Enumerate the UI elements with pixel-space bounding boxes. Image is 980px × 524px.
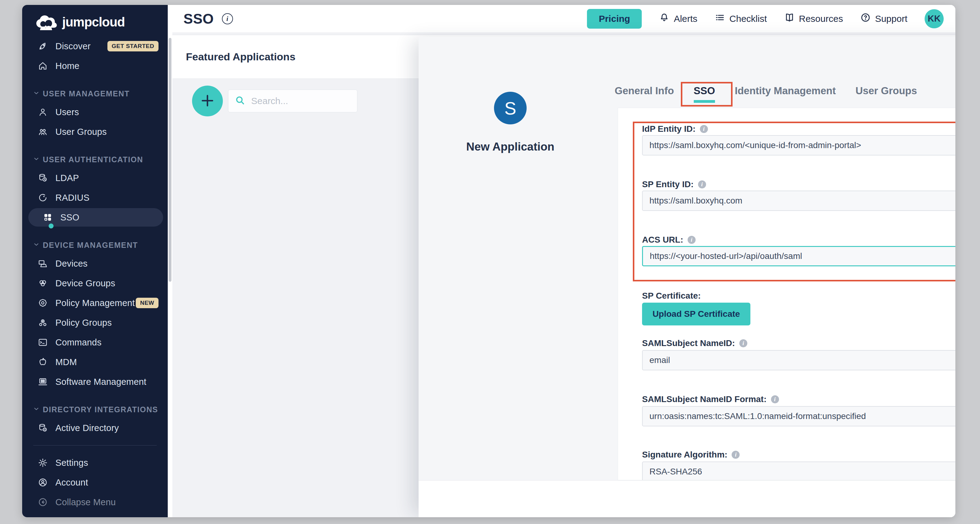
alerts-button[interactable]: Alerts [659,12,697,25]
page-title: SSO [183,11,214,27]
sidebar-item-settings[interactable]: Settings [22,453,168,473]
info-icon[interactable]: i [771,395,779,403]
section-user-management[interactable]: USER MANAGEMENT [22,85,168,102]
signature-algorithm-select[interactable]: RSA-SHA256 [642,462,955,480]
sidebar-item-sso[interactable]: SSO [22,207,168,227]
acs-url-input[interactable] [642,246,955,266]
sidebar-item-device-groups[interactable]: Device Groups [22,273,168,293]
sso-grid-icon [43,212,53,223]
info-icon[interactable]: i [687,236,695,244]
info-icon[interactable]: i [732,451,740,459]
sidebar-item-ldap[interactable]: LDAP [22,168,168,188]
devices-icon [38,258,48,269]
chevron-down-icon [33,406,40,414]
gear-icon [38,457,48,468]
sidebar-item-policy-management[interactable]: Policy Management NEW [22,293,168,313]
jumpcloud-logo[interactable]: jumpcloud [22,5,168,32]
checklist-button[interactable]: Checklist [715,12,767,25]
info-icon[interactable]: i [700,125,708,133]
terminal-icon [38,337,48,347]
avatar[interactable]: KK [924,9,944,28]
sidebar-item-users[interactable]: Users [22,102,168,122]
idp-entity-id-input[interactable] [642,135,955,156]
sp-entity-id-label: SP Entity ID: i [642,180,706,190]
plus-icon [199,92,216,110]
get-started-badge: GET STARTED [107,41,159,51]
jumpcloud-cloud-icon [35,14,58,30]
database-clock-icon [38,173,48,183]
new-application-modal: S New Application General Info SSO Ident… [418,37,955,517]
tab-sso[interactable]: SSO [694,80,715,105]
sp-entity-id-input[interactable] [642,191,955,211]
modal-footer: cancel activate [418,480,955,517]
info-icon[interactable]: i [222,13,233,24]
samlsubject-nameid-select[interactable]: email [642,350,955,370]
sidebar-item-commands[interactable]: Commands [22,333,168,352]
tab-user-groups[interactable]: User Groups [855,80,917,105]
users-group-icon [38,127,48,137]
directory-database-icon [38,423,48,433]
section-directory-integrations[interactable]: DIRECTORY INTEGRATIONS [22,401,168,418]
new-badge: NEW [136,298,159,308]
add-application-button[interactable] [192,86,223,116]
venn-circles-icon [38,278,48,288]
pricing-button[interactable]: Pricing [587,9,642,29]
collapse-arrow-icon [38,497,48,507]
home-icon [38,61,48,71]
account-icon [38,477,48,488]
sidebar-item-collapse-menu[interactable]: Collapse Menu [22,492,168,512]
sidebar-item-devices[interactable]: Devices [22,254,168,273]
application-name: New Application [433,140,587,153]
acs-url-label: ACS URL: i [642,235,695,245]
radius-icon [38,193,48,203]
sidebar-item-discover[interactable]: Discover GET STARTED [22,36,168,56]
laptop-grid-icon [38,376,48,387]
resources-button[interactable]: Resources [784,12,843,25]
bell-icon [659,12,670,25]
upload-sp-certificate-button[interactable]: Upload SP Certificate [642,303,750,325]
policy-groups-icon [38,317,48,328]
header-actions: Pricing Alerts Checklist Resources Suppo… [587,9,944,29]
support-button[interactable]: Support [860,12,907,25]
logo-wordmark: jumpcloud [62,15,125,30]
info-icon[interactable]: i [739,339,747,347]
active-indicator-dot [49,223,54,228]
search-input[interactable] [251,96,351,106]
idp-entity-id-label: IdP Entity ID: i [642,124,708,134]
tab-general-info[interactable]: General Info [615,80,674,105]
book-icon [784,12,795,25]
sidebar-item-user-groups[interactable]: User Groups [22,122,168,142]
chevron-down-icon [33,241,40,249]
user-icon [38,107,48,117]
search-icon [234,95,246,107]
sidebar-item-active-directory[interactable]: Active Directory [22,418,168,438]
apple-icon [38,357,48,367]
info-icon[interactable]: i [698,180,706,188]
sidebar-item-policy-groups[interactable]: Policy Groups [22,313,168,333]
sidebar-scrollbar-thumb[interactable] [169,38,172,282]
app-window: jumpcloud Discover GET STARTED Home USER… [22,5,955,517]
main-area: SSO i Pricing Alerts Checklist Resources [172,5,955,517]
checklist-icon [715,12,725,25]
sidebar-item-radius[interactable]: RADIUS [22,188,168,207]
sidebar-item-account[interactable]: Account [22,473,168,492]
policy-icon [38,298,48,308]
sidebar-item-software-management[interactable]: Software Management [22,372,168,392]
featured-heading: Featured Applications [186,51,296,63]
sidebar-item-mdm[interactable]: MDM [22,352,168,372]
section-device-management[interactable]: DEVICE MANAGEMENT [22,236,168,254]
samlsubject-nameid-format-select[interactable]: urn:oasis:names:tc:SAML:1.0:nameid-forma… [642,406,955,427]
chevron-down-icon [33,89,40,97]
sidebar-item-label: Home [56,61,80,71]
tab-identity-management[interactable]: Identity Management [735,80,836,105]
samlsubject-nameid-format-label: SAMLSubject NameID Format: i [642,394,779,404]
sidebar-item-home[interactable]: Home [22,56,168,76]
modal-tabs: General Info SSO Identity Management Use… [615,80,917,105]
signature-algorithm-label: Signature Algorithm: i [642,450,740,460]
application-logo: S [494,92,527,124]
sidebar: jumpcloud Discover GET STARTED Home USER… [22,5,168,517]
section-user-authentication[interactable]: USER AUTHENTICATION [22,151,168,168]
search-box [228,89,357,112]
samlsubject-nameid-label: SAMLSubject NameID: i [642,338,747,348]
sp-certificate-label: SP Certificate: [642,291,701,301]
